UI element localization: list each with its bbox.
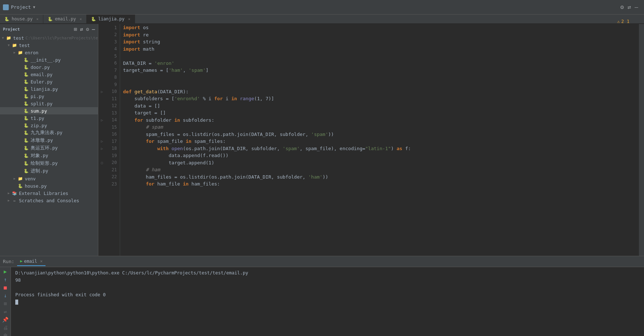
label-venv: venv [25,176,36,181]
layout-icon[interactable]: ⇄ [628,4,631,11]
gutter-mark-1 [98,24,106,31]
line-number-10: 10 [108,88,117,95]
run-down-btn[interactable]: ↓ [1,293,9,298]
sidebar-header: Project ⊞ ⇄ ⚙ — [0,24,98,34]
gutter-mark-10: ▷ [98,88,106,95]
tree-item-extlibs[interactable]: ▶ 📚 External Libraries [0,190,98,197]
py-icon-lianjia: 🐍 [91,17,96,22]
run-wrap-btn[interactable]: ⇌ [1,309,9,314]
line-number-1: 1 [108,24,117,31]
file-icon-init: 🐍 [23,57,29,63]
label-extlibs: External Libraries [19,191,68,196]
tree-item-venv[interactable]: ▶ 📁 venv [0,175,98,182]
line-number-12: 12 [108,102,117,110]
folder-icon [3,4,9,10]
code-line-9 [123,81,636,88]
tree-item-duixiang[interactable]: 🐍 对象.py [0,152,98,160]
console-cursor-line [15,298,640,306]
sidebar-icon-2[interactable]: ⇄ [80,26,83,32]
file-icon-bingkuai: 🐍 [23,138,29,144]
code-line-23: for ham_file in ham_files: [123,180,636,188]
tree-item-sum[interactable]: 🐍 sum.py [0,107,98,114]
tree-item-scratches[interactable]: ▶ ✏ Scratches and Consoles [0,197,98,204]
code-line-16: spam_files = os.listdir(os.path.join(DAT… [123,131,636,138]
file-icon-jinzhi: 🐍 [23,168,29,174]
code-line-18: with open(os.path.join(DATA_DIR, subfold… [123,145,636,152]
folder-icon-test-sub: 📁 [12,42,17,48]
code-line-6: DATA_DIR = 'enron' [123,60,636,67]
run-pin-btn[interactable]: 📌 [1,317,9,323]
line-number-20: 20 [108,159,117,167]
extlib-icon: 📚 [12,190,17,196]
bottom-content: ▶ ↑ ■ ↓ ⊞ ⇌ 📌 🖨 🗑 D:\ruanjian\python\pyt… [0,267,644,336]
label-scratches: Scratches and Consoles [19,198,79,203]
settings-icon[interactable]: ⚙ [620,4,624,11]
tree-item-zip[interactable]: 🐍 zip.py [0,122,98,129]
folder-icon-test-root: 📁 [6,35,12,41]
tree-item-email[interactable]: 🐍 email.py [0,71,98,78]
gutter-mark-14: ▷ [98,117,106,124]
tab-email[interactable]: 🐍 email.py × [43,15,87,23]
tree-item-lianjia[interactable]: 🐍 lianjia.py [0,85,98,93]
file-icon-house: 🐍 [17,183,23,189]
gutter-mark-8 [98,74,106,81]
tab-house[interactable]: 🐍 house.py × [0,15,43,23]
tab-lianjia[interactable]: 🐍 lianjia.py × [87,15,135,23]
tree-item-split[interactable]: 🐍 split.py [0,100,98,107]
top-bar: Project ▼ ⚙ ⇄ — [0,0,644,15]
file-icon-t1: 🐍 [23,115,29,121]
run-print-btn[interactable]: 🖨 [1,325,9,331]
warning-badge: ⚠ 2 1 [617,19,629,24]
bottom-tab-close[interactable]: × [40,259,43,264]
line-number-15: 15 [108,124,117,131]
code-line-10: def get_data(DATA_DIR): [123,88,636,95]
bottom-tab-email[interactable]: ▶ email × [17,257,46,266]
tree-item-bingkuai[interactable]: 🐍 冰墩墩.py [0,137,98,144]
tab-close-email[interactable]: × [80,17,82,21]
tree-item-test-root[interactable]: ▼ 📁 test C:\Users\lc\PycharmProjects\te [0,34,98,42]
label-door: door.py [31,65,50,70]
tree-item-test-sub[interactable]: ▼ 📁 test [0,42,98,49]
gutter-mark-18: ▷ [98,145,106,152]
scratches-icon: ✏ [12,198,17,203]
code-line-12: data = [] [123,102,636,110]
run-trash-btn[interactable]: 🗑 [1,333,9,336]
sidebar-icon-4[interactable]: — [92,26,95,32]
tree-item-euler[interactable]: 🐍 Euler.py [0,78,98,85]
line-number-13: 13 [108,109,117,117]
run-stop-btn[interactable]: ■ [1,285,9,290]
tree-item-aoyun[interactable]: 🐍 奥运五环.py [0,144,98,152]
tree-item-huizhi[interactable]: 🐍 绘制矩形.py [0,160,98,167]
line-number-19: 19 [108,152,117,159]
tree-item-jinzhi[interactable]: 🐍 进制.py [0,167,98,175]
code-line-19: data.append(f.read()) [123,152,636,159]
line-number-2: 2 [108,31,117,39]
line-number-21: 21 [108,166,117,173]
minimize-icon[interactable]: — [635,4,638,11]
line-number-18: 18 [108,145,117,152]
gutter-mark-3 [98,38,106,46]
tree-item-enron[interactable]: ▶ 📁 enron [0,49,98,56]
run-up-btn[interactable]: ↑ [1,277,9,282]
file-icon-huizhi: 🐍 [23,161,29,167]
tree-item-jiujiu[interactable]: 🐍 九九乘法表.py [0,129,98,137]
tab-close-house[interactable]: × [36,17,39,21]
line-number-11: 11 [108,95,117,102]
folder-icon-enron: 📁 [17,50,23,55]
tab-close-lianjia[interactable]: × [128,17,130,21]
tree-item-pi[interactable]: 🐍 pi.py [0,93,98,100]
sidebar-icon-3[interactable]: ⚙ [86,26,89,32]
code-line-8 [123,74,636,81]
line-number-4: 4 [108,46,117,53]
tree-item-t1[interactable]: 🐍 t1.py [0,114,98,122]
code-container: ▷▷▷▷○ 1234567891011121314151617181920212… [98,24,644,256]
run-grid-btn[interactable]: ⊞ [1,301,9,306]
gutter-mark-23 [98,180,106,188]
run-play-btn[interactable]: ▶ [1,269,9,274]
tree-item-door[interactable]: 🐍 door.py [0,63,98,71]
tree-item-init[interactable]: 🐍 __init__.py [0,56,98,63]
dropdown-arrow[interactable]: ▼ [33,5,35,9]
sidebar-icon-1[interactable]: ⊞ [74,26,77,32]
tree-item-house[interactable]: 🐍 house.py [0,182,98,190]
gutter-mark-2 [98,31,106,39]
